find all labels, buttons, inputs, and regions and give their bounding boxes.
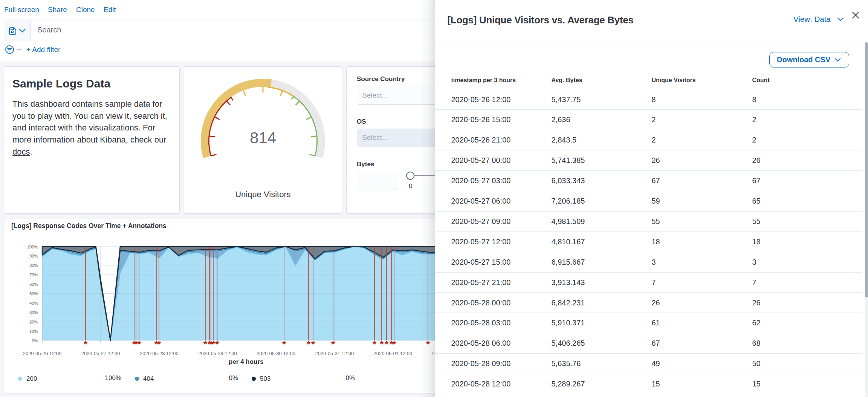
- svg-text:30%: 30%: [29, 310, 38, 315]
- svg-text:*: *: [380, 339, 384, 350]
- svg-text:70%: 70%: [29, 273, 38, 277]
- svg-text:60%: 60%: [29, 282, 38, 287]
- svg-text:50%: 50%: [29, 291, 38, 296]
- svg-text:2020-05-26 12:00: 2020-05-26 12:00: [23, 351, 62, 356]
- svg-text:*: *: [282, 339, 286, 350]
- svg-text:80%: 80%: [29, 263, 38, 268]
- svg-text:100%: 100%: [27, 245, 38, 249]
- svg-text:2020-05-31 12:00: 2020-05-31 12:00: [315, 351, 354, 356]
- svg-text:0%: 0%: [32, 339, 38, 343]
- svg-text:10%: 10%: [29, 329, 38, 334]
- svg-text:20%: 20%: [29, 320, 38, 324]
- svg-text:*: *: [137, 339, 141, 350]
- svg-text:90%: 90%: [29, 254, 38, 258]
- svg-text:2020-06-01 12:00: 2020-06-01 12:00: [374, 351, 413, 356]
- svg-text:*: *: [392, 339, 396, 350]
- svg-text:*: *: [215, 339, 219, 350]
- svg-text:*: *: [84, 339, 88, 350]
- svg-text:2020-05-29 12:00: 2020-05-29 12:00: [198, 351, 237, 356]
- svg-text:40%: 40%: [29, 301, 38, 305]
- svg-text:*: *: [385, 339, 389, 350]
- svg-text:*: *: [157, 339, 161, 350]
- svg-text:2020-05-28 12:00: 2020-05-28 12:00: [140, 351, 179, 356]
- svg-text:2020-05-30 12:00: 2020-05-30 12:00: [257, 351, 295, 356]
- svg-text:*: *: [331, 339, 335, 350]
- svg-text:814: 814: [250, 129, 276, 147]
- svg-text:*: *: [203, 339, 208, 350]
- svg-text:2020-05-27 12:00: 2020-05-27 12:00: [81, 351, 120, 356]
- svg-text:*: *: [307, 339, 311, 350]
- svg-text:*: *: [311, 339, 315, 350]
- svg-text:Unique Visitors: Unique Visitors: [235, 190, 291, 199]
- svg-text:*: *: [373, 339, 377, 350]
